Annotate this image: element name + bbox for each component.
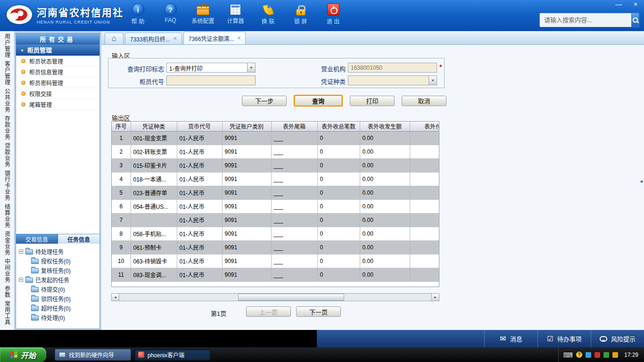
system-config-button[interactable]: 系统配置 <box>187 3 219 25</box>
next-page-button[interactable]: 下一页 <box>296 306 341 317</box>
tree-item[interactable]: 授权任务(0) <box>19 256 98 265</box>
tray-icon[interactable] <box>586 352 591 358</box>
tree-item[interactable]: 待处理任务 <box>19 247 98 256</box>
category-tab[interactable]: 存款业务 <box>3 115 11 140</box>
table-row[interactable]: 4 018-一本通... 01-人民币 9091 ___ 0 0.00 <box>112 172 439 186</box>
scroll-left-arrow-icon[interactable] <box>112 294 119 301</box>
collapse-panel-arrow-icon[interactable] <box>639 178 644 184</box>
cell-account-type: 9091 <box>222 199 271 213</box>
print-button[interactable]: 打印 <box>350 96 395 106</box>
column-header[interactable]: 表外收发生额 <box>360 122 410 131</box>
minimize-button[interactable]: — <box>614 1 623 8</box>
sidebar-group-teller-management[interactable]: 柜员管理 <box>16 44 99 56</box>
lock-screen-button[interactable]: 锁 屏 <box>284 3 317 25</box>
category-tab[interactable]: 用户管理 <box>3 33 11 58</box>
print-flag-select[interactable]: 1-查询并打印 <box>166 63 256 73</box>
scrollbar-thumb[interactable] <box>238 294 344 301</box>
column-header[interactable]: 表外收总笔数 <box>317 122 360 131</box>
risk-alert-button[interactable]: 风险提示 <box>591 330 644 347</box>
tray-icon[interactable] <box>594 352 600 358</box>
table-row[interactable]: 6 054-普通US... 01-人民币 9091 ___ 0 0.00 <box>112 199 439 213</box>
cancel-button[interactable]: 取消 <box>402 96 446 106</box>
column-header[interactable]: 表外付总 <box>410 122 439 131</box>
table-row[interactable]: 2 002-转账支票 01-人民币 9091 ___ 0 0.00 <box>112 145 439 158</box>
sidebar-item[interactable]: 柜员状态管理 <box>16 56 99 66</box>
category-tab[interactable]: 贷款业务 <box>3 143 11 167</box>
search-input[interactable] <box>540 16 631 24</box>
teller-input[interactable] <box>166 75 256 85</box>
taskbar-item-hardware-wizard[interactable]: 找到新的硬件向导 <box>55 349 131 361</box>
tray-icon[interactable] <box>612 352 618 358</box>
taskbar-item-phoenix-client[interactable]: phoenix客户端 <box>134 349 210 361</box>
dropdown-arrow-icon[interactable] <box>247 63 255 72</box>
voucher-select[interactable] <box>348 75 437 85</box>
cell-receive-count: 0 <box>317 158 360 172</box>
todo-button[interactable]: 待办事项 <box>537 330 591 347</box>
scrollbar-track[interactable] <box>119 294 431 301</box>
help-tray-icon[interactable] <box>576 352 582 358</box>
cell-pay-total <box>410 186 439 199</box>
exit-button[interactable]: 退 出 <box>317 3 349 25</box>
tab-home[interactable] <box>105 33 124 44</box>
table-row[interactable]: 11 083-现金调... 01-人民币 9091 ___ 0 0.00 <box>112 268 439 281</box>
tab-7333[interactable]: 7333机构日终... <box>125 33 182 44</box>
tree-item[interactable]: 已发起的任务 <box>19 275 98 284</box>
cell-receive-amount: 0.00 <box>360 199 410 213</box>
change-skin-button[interactable]: 换 肤 <box>252 3 284 25</box>
results-table: 序号 凭证种类 货币代号 凭证账户类别 表外尾箱 表外收总笔数 <box>112 122 439 282</box>
scroll-right-arrow-icon[interactable] <box>431 294 439 301</box>
tree-item[interactable]: 驳回任务(0) <box>19 294 98 303</box>
faq-button[interactable]: ? FAQ <box>154 3 187 25</box>
tree-item[interactable]: 复核任务(0) <box>19 265 98 275</box>
category-tab[interactable]: 参数 <box>3 286 11 298</box>
tree-collapse-icon[interactable] <box>19 249 23 254</box>
tab-7366[interactable]: 7366凭证余额清... <box>183 32 246 44</box>
column-header[interactable]: 序号 <box>112 122 131 131</box>
table-row[interactable]: 3 015-印鉴卡片 01-人民币 9091 ___ 0 0.00 <box>112 158 439 172</box>
org-input[interactable] <box>348 63 437 73</box>
column-header[interactable]: 凭证账户类别 <box>222 122 271 131</box>
category-tab[interactable]: 资金业务 <box>3 231 11 255</box>
workspace-tabbar: 7333机构日终... 7366凭证余额清... <box>101 31 644 45</box>
keyboard-tray-icon[interactable] <box>563 351 573 359</box>
table-row[interactable]: 1 001-现金支票 01-人民币 9091 ___ 0 0.00 <box>112 131 439 145</box>
sidebar-item[interactable]: 权限交接 <box>16 88 99 99</box>
tab-task-info[interactable]: 任务信息 <box>58 234 99 244</box>
tree-item[interactable]: 待处理(0) <box>19 313 98 322</box>
tree-item[interactable]: 超时任务(0) <box>19 303 98 313</box>
prev-page-button[interactable]: 上一页 <box>246 306 291 317</box>
next-step-button[interactable]: 下一步 <box>242 96 287 106</box>
tree-collapse-icon[interactable] <box>19 278 23 282</box>
column-header[interactable]: 货币代号 <box>177 122 222 131</box>
messages-button[interactable]: 消息 <box>484 330 537 347</box>
sidebar-item[interactable]: 柜员信息管理 <box>16 66 99 77</box>
column-header[interactable]: 表外尾箱 <box>271 122 317 131</box>
help-button[interactable]: i 帮 助 <box>122 3 154 25</box>
calculator-button[interactable]: 计算器 <box>219 3 252 25</box>
dropdown-arrow-icon[interactable] <box>429 76 437 85</box>
category-tab[interactable]: 银行卡业务 <box>3 170 11 201</box>
start-button[interactable]: 开始 <box>0 347 46 362</box>
query-button[interactable]: 查询 <box>294 95 343 107</box>
sidebar-item[interactable]: 柜员密码管理 <box>16 77 99 88</box>
table-row[interactable]: 7 01-人民币 9091 ___ 0 0.00 <box>112 213 439 227</box>
category-tab[interactable]: 客户管理 <box>3 61 11 85</box>
close-tab-icon[interactable] <box>173 36 177 41</box>
close-button[interactable]: × <box>631 1 640 8</box>
table-row[interactable]: 10 063-待销毁卡 01-人民币 9091 ___ 0 0.00 <box>112 254 439 268</box>
tree-item[interactable]: 待提交(0) <box>19 284 98 294</box>
sidebar-item[interactable]: 尾箱管理 <box>16 99 99 110</box>
tray-icon[interactable] <box>603 352 609 358</box>
search-button[interactable] <box>631 13 639 27</box>
category-tab[interactable]: 公共业务 <box>3 88 11 113</box>
header-toolbar: i 帮 助 ? FAQ 系统配置 计算器 换 肤 锁 屏 <box>122 3 349 25</box>
column-header[interactable]: 凭证种类 <box>131 122 177 131</box>
table-row[interactable]: 8 058-手机贴... 01-人民币 9091 ___ 0 0.00 <box>112 227 439 240</box>
category-tab[interactable]: 常用工具 <box>3 301 11 325</box>
table-row[interactable]: 9 061-预制卡 01-人民币 9091 ___ 0 0.00 <box>112 240 439 254</box>
category-tab[interactable]: 中间业务 <box>3 258 11 283</box>
category-tab[interactable]: 结算业务 <box>3 204 11 228</box>
table-row[interactable]: 5 023-普通存单 01-人民币 9091 ___ 0 0.00 <box>112 186 439 199</box>
close-tab-icon[interactable] <box>237 36 240 41</box>
tab-transaction-info[interactable]: 交易信息 <box>16 234 58 244</box>
